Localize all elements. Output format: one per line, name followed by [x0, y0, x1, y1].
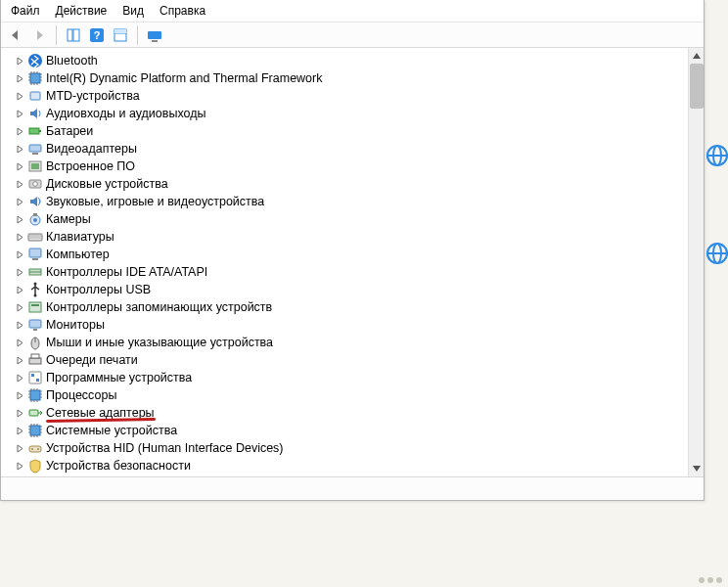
tree-node-label: Звуковые, игровые и видеоустройства [46, 195, 264, 208]
svg-rect-63 [31, 374, 34, 377]
tree-node[interactable]: Контроллеры IDE ATA/ATAPI [1, 263, 688, 281]
tree-node[interactable]: Процессоры [1, 386, 688, 404]
tree-node[interactable]: MTD-устройства [1, 87, 688, 105]
expand-chevron-icon[interactable] [15, 193, 24, 210]
expand-chevron-icon[interactable] [15, 105, 24, 122]
expand-chevron-icon[interactable] [15, 439, 24, 457]
expand-chevron-icon[interactable] [15, 351, 24, 369]
expand-chevron-icon[interactable] [15, 334, 24, 351]
show-hide-console-button[interactable] [63, 24, 84, 46]
svg-rect-34 [33, 213, 37, 216]
tree-node-label: Bluetooth [46, 54, 98, 68]
tree-node[interactable]: Контроллеры USB [1, 281, 688, 298]
expand-chevron-icon[interactable] [15, 210, 24, 228]
tree-node[interactable]: Системные устройства [1, 422, 688, 439]
toolbar-separator [56, 25, 57, 45]
expand-chevron-icon[interactable] [15, 122, 24, 140]
tree-node[interactable]: Видеоадаптеры [1, 140, 688, 158]
tree-node[interactable]: Очереди печати [1, 351, 688, 369]
menu-view[interactable]: Вид [116, 2, 150, 20]
tree-node[interactable]: Камеры [1, 210, 688, 228]
tree-node[interactable]: Bluetooth [1, 52, 688, 69]
tree-node[interactable]: Клавиатуры [1, 228, 688, 246]
expand-chevron-icon[interactable] [15, 386, 24, 404]
tree-node[interactable]: Мыши и иные указывающие устройства [1, 334, 688, 351]
expand-chevron-icon[interactable] [15, 404, 24, 422]
properties-button[interactable] [110, 24, 131, 46]
expand-chevron-icon[interactable] [15, 316, 24, 334]
back-button[interactable] [5, 24, 26, 46]
tree-node-label: Дисковые устройства [46, 177, 168, 191]
expand-chevron-icon[interactable] [15, 263, 24, 281]
scroll-up-arrow[interactable] [689, 48, 705, 64]
tree-node[interactable]: Устройства HID (Human Interface Devices) [1, 439, 688, 457]
expand-chevron-icon[interactable] [15, 457, 24, 474]
scroll-down-arrow[interactable] [689, 461, 705, 476]
svg-rect-46 [38, 238, 39, 239]
software-icon [27, 370, 43, 385]
tree-node[interactable]: Программные устройства [1, 369, 688, 386]
menu-help[interactable]: Справка [154, 2, 211, 20]
tree-node-label: Контроллеры запоминающих устройств [46, 300, 272, 314]
status-dots [699, 577, 722, 583]
tree-node[interactable]: Батареи [1, 122, 688, 140]
tree-node-label: Аудиовходы и аудиовыходы [46, 107, 205, 120]
expand-chevron-icon[interactable] [15, 281, 24, 298]
svg-rect-47 [40, 238, 41, 239]
expand-chevron-icon[interactable] [15, 175, 24, 193]
expand-chevron-icon[interactable] [15, 246, 24, 263]
tree-node-label: Видеоадаптеры [46, 142, 137, 156]
vertical-scrollbar[interactable] [688, 48, 704, 476]
tree-node-label: Батареи [46, 124, 93, 138]
svg-rect-37 [32, 236, 33, 237]
tree-node[interactable]: Компьютер [1, 246, 688, 263]
svg-rect-64 [36, 379, 39, 382]
expand-chevron-icon[interactable] [15, 298, 24, 316]
tree-node-label: Компьютер [46, 248, 110, 261]
tree-node[interactable]: Хост-адаптеры запоминающих устройств [1, 474, 688, 476]
svg-rect-40 [38, 236, 39, 237]
tree-node-label: Клавиатуры [46, 230, 114, 244]
expand-chevron-icon[interactable] [15, 52, 24, 69]
expand-chevron-icon[interactable] [15, 158, 24, 175]
tree-node[interactable]: Мониторы [1, 316, 688, 334]
tree-node[interactable]: Дисковые устройства [1, 175, 688, 193]
menu-action[interactable]: Действие [50, 2, 114, 20]
disk-icon [27, 176, 43, 192]
network-icon [27, 405, 43, 421]
svg-rect-62 [29, 372, 41, 384]
svg-rect-39 [36, 236, 37, 237]
tree-node[interactable]: Аудиовходы и аудиовыходы [1, 105, 688, 122]
scan-hardware-button[interactable] [144, 24, 165, 46]
tree-node[interactable]: Intel(R) Dynamic Platform and Thermal Fr… [1, 69, 688, 87]
help-button[interactable]: ? [86, 24, 108, 46]
storagectrl-icon [27, 299, 43, 315]
tree-node-label: Мыши и иные указывающие устройства [46, 336, 273, 349]
tree-node[interactable]: Звуковые, игровые и видеоустройства [1, 193, 688, 210]
expand-chevron-icon[interactable] [15, 140, 24, 158]
svg-rect-41 [40, 236, 41, 237]
tree-node[interactable]: Встроенное ПО [1, 158, 688, 175]
expand-chevron-icon[interactable] [15, 422, 24, 439]
tree-node-label: Устройства безопасности [46, 459, 191, 473]
background-globe-icon [705, 143, 728, 168]
expand-chevron-icon[interactable] [15, 369, 24, 386]
scroll-thumb[interactable] [690, 64, 704, 109]
tree-node-label: Программные устройства [46, 371, 192, 384]
tree-node[interactable]: Контроллеры запоминающих устройств [1, 298, 688, 316]
device-tree-container: BluetoothIntel(R) Dynamic Platform and T… [1, 48, 704, 476]
menu-file[interactable]: Файл [5, 2, 46, 20]
svg-rect-61 [31, 354, 39, 358]
svg-point-53 [34, 283, 37, 286]
forward-button[interactable] [28, 24, 50, 46]
tree-node[interactable]: Устройства безопасности [1, 457, 688, 474]
expand-chevron-icon[interactable] [15, 87, 24, 105]
device-tree[interactable]: BluetoothIntel(R) Dynamic Platform and T… [1, 48, 688, 476]
svg-rect-60 [29, 358, 41, 364]
bottom-panel [1, 476, 704, 500]
expand-chevron-icon[interactable] [15, 474, 24, 476]
svg-point-94 [37, 448, 39, 450]
svg-rect-24 [29, 128, 39, 134]
expand-chevron-icon[interactable] [15, 69, 24, 87]
expand-chevron-icon[interactable] [15, 228, 24, 246]
